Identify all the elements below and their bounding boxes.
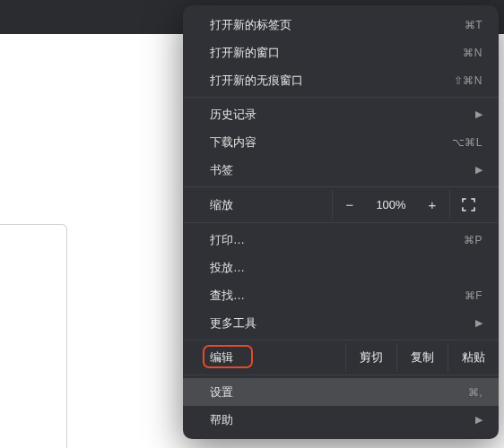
menu-new-tab[interactable]: 打开新的标签页 ⌘T (183, 11, 499, 39)
menu-label: 投放… (210, 260, 482, 276)
edit-copy-button[interactable]: 复制 (396, 343, 448, 372)
menu-shortcut: ⌘T (465, 19, 482, 31)
menu-label: 查找… (210, 288, 465, 304)
page-background-panel (0, 224, 67, 448)
menu-label: 设置 (210, 384, 468, 401)
browser-main-menu: 打开新的标签页 ⌘T 打开新的窗口 ⌘N 打开新的无痕窗口 ⇧⌘N 历史记录 ▶… (183, 5, 499, 439)
edit-cut-button[interactable]: 剪切 (345, 343, 396, 372)
menu-shortcut: ⇧⌘N (454, 74, 482, 87)
menu-separator (183, 186, 499, 187)
menu-shortcut: ⌘N (463, 47, 482, 59)
menu-label: 编辑 (210, 349, 345, 366)
zoom-out-button[interactable]: − (333, 190, 367, 220)
chevron-right-icon: ▶ (475, 164, 482, 176)
menu-label: 下载内容 (210, 134, 452, 151)
zoom-in-button[interactable]: + (415, 190, 449, 220)
menu-label: 打开新的标签页 (210, 17, 465, 33)
zoom-controls: − 100% + (332, 190, 486, 220)
menu-label: 打开新的窗口 (210, 45, 463, 61)
menu-separator (183, 340, 499, 340)
menu-cast[interactable]: 投放… (183, 254, 499, 281)
chevron-right-icon: ▶ (475, 317, 482, 329)
fullscreen-icon (462, 198, 475, 211)
menu-separator (183, 97, 499, 98)
zoom-value: 100% (367, 198, 415, 211)
menu-shortcut: ⌘F (465, 289, 482, 302)
fullscreen-button[interactable] (450, 190, 486, 220)
menu-new-window[interactable]: 打开新的窗口 ⌘N (183, 39, 499, 66)
menu-find[interactable]: 查找… ⌘F (183, 281, 499, 309)
menu-shortcut: ⌘P (464, 234, 482, 246)
menu-shortcut: ⌘, (468, 386, 482, 399)
menu-label: 打印… (210, 232, 464, 248)
menu-label: 历史记录 (210, 107, 472, 123)
menu-history[interactable]: 历史记录 ▶ (183, 100, 499, 128)
menu-print[interactable]: 打印… ⌘P (183, 226, 499, 254)
menu-label: 书签 (210, 162, 472, 178)
menu-incognito[interactable]: 打开新的无痕窗口 ⇧⌘N (183, 66, 499, 94)
menu-edit: 编辑 剪切 复制 粘贴 (183, 343, 499, 372)
menu-shortcut: ⌥⌘L (452, 136, 482, 149)
chevron-right-icon: ▶ (475, 414, 482, 426)
menu-bookmarks[interactable]: 书签 ▶ (183, 156, 499, 184)
chevron-right-icon: ▶ (475, 108, 482, 120)
menu-label: 更多工具 (210, 315, 472, 332)
menu-separator (183, 375, 499, 375)
menu-more-tools[interactable]: 更多工具 ▶ (183, 309, 499, 337)
menu-separator (183, 222, 499, 223)
menu-settings[interactable]: 设置 ⌘, (183, 378, 499, 406)
menu-downloads[interactable]: 下载内容 ⌥⌘L (183, 128, 499, 156)
menu-label: 帮助 (210, 412, 472, 428)
menu-zoom: 缩放 − 100% + (183, 190, 499, 220)
menu-label: 缩放 (210, 197, 332, 213)
edit-paste-button[interactable]: 粘贴 (448, 343, 499, 372)
menu-label: 打开新的无痕窗口 (210, 73, 454, 89)
menu-help[interactable]: 帮助 ▶ (183, 406, 499, 434)
